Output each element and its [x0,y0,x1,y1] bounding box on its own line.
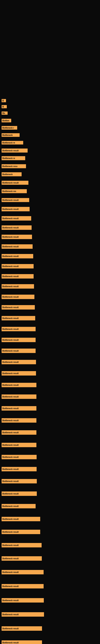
bottleneck-bar: Bottleneck result [1,556,42,561]
bottleneck-bar: Bottleneck result [1,244,33,249]
bottleneck-bar: Bottleneck result [1,479,37,484]
bottleneck-bar: Bottleneck result [1,284,34,288]
main-content: BBBoBottlenBottleneck rBottleneckBottlen… [0,2,100,644]
bottleneck-bar: Bottleneck result [1,235,32,239]
bottleneck-bar: Bottleneck result [1,198,29,202]
bottleneck-bar: Bottleneck r [1,126,17,130]
bottleneck-bar: Bottleneck result [1,443,36,447]
bottleneck-bar: Bottleneck result [1,216,31,220]
bottleneck-bar: Bottlen [1,119,11,122]
bottleneck-bar: Bottleneck result [1,226,32,230]
bottleneck-bar: Bottleneck result [1,406,36,410]
bottleneck-bar: Bottleneck result [1,181,28,185]
bottleneck-bar: Bottleneck result [1,383,36,387]
site-title [0,0,100,2]
bottleneck-bar: Bottleneck result [1,148,28,152]
bottleneck-bar: Bottleneck result [1,430,36,435]
bottleneck-bar: Bottleneck resu [1,164,26,168]
bottleneck-bar: Bottleneck result [1,584,44,588]
bottleneck-bar: Bottleneck result [1,467,37,471]
bottleneck-bar: Bottleneck res [1,189,27,193]
bottleneck-bar: Bottleneck result [1,207,30,211]
bottleneck-bar: Bottleneck result [1,492,37,496]
bottleneck-bar: Bottleneck result [1,305,35,310]
bottleneck-bar: Bottleneck result [1,327,36,331]
bottleneck-bar: Bottleneck [1,172,22,176]
bottleneck-bar: Bottleneck result [1,394,36,399]
bottleneck-bar: Bottleneck result [1,455,37,459]
bottleneck-bar: Bottleneck result [1,316,35,320]
bottleneck-bar: Bottleneck result [1,371,36,376]
bottleneck-bar: B [1,105,7,108]
bottleneck-bar: Bottleneck [1,133,20,137]
bottleneck-bar: B [1,99,6,102]
bottleneck-bar: Bottleneck result [1,348,36,353]
bottleneck-bar: Bottleneck result [1,504,36,508]
bottleneck-bar: Bottleneck result [1,570,44,574]
bottleneck-bar: Bottleneck re [1,141,23,144]
bottleneck-bar: Bottleneck result [1,543,42,548]
bottleneck-bar: Bo [1,112,8,115]
bottleneck-bar: Bottleneck result [1,295,34,299]
bottleneck-bar: Bottleneck result [1,254,33,258]
bottleneck-bar: Bottleneck result [1,626,42,631]
bottleneck-bar: Bottleneck result [1,338,36,342]
bottleneck-bar: Bottleneck result [1,612,44,617]
bottleneck-bar: Bottleneck result [1,360,36,364]
bottleneck-bar: Bottleneck result [1,517,40,521]
bottleneck-bar: Bottleneck result [1,418,36,422]
bottleneck-bar: Bottleneck result [1,264,34,268]
bottleneck-bar: Bottleneck result [1,598,44,602]
bottleneck-bar: Bottleneck re [1,156,25,160]
bottleneck-bar: Bottleneck result [1,530,40,534]
bottleneck-bar: Bottleneck result [1,274,34,278]
bottleneck-bar: Bottleneck result [1,640,42,644]
